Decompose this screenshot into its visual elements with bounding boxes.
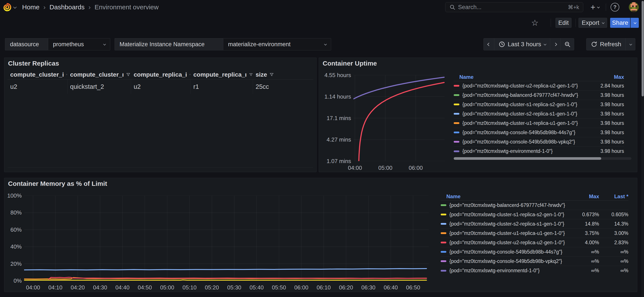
legend-row[interactable]: {pod="mz0tcmxlswtg-environmentd-1-0"}3.9… <box>454 147 624 156</box>
legend-row[interactable]: {pod="mz0tcmxlswtg-cluster-s2-replica-s1… <box>454 109 624 119</box>
legend-value-header[interactable]: Last * <box>599 193 628 199</box>
panel-container-uptime: Container Uptime NameMax{pod="mz0tcmxlsw… <box>319 58 637 172</box>
filter-icon[interactable] <box>126 72 130 77</box>
legend-row[interactable]: {pod="mz0tcmxlswtg-balancerd-679777cf47-… <box>441 201 628 210</box>
legend-value: ∞% <box>599 249 628 255</box>
series-line[interactable] <box>48 277 426 279</box>
series-line[interactable] <box>24 268 426 270</box>
header-divider <box>606 4 606 11</box>
x-axis-label: 05:40 <box>246 284 268 291</box>
search-input[interactable] <box>458 4 565 11</box>
legend-row[interactable]: {pod="mz0tcmxlswtg-environmentd-1-0"}∞%∞… <box>441 266 628 275</box>
breadcrumb: Home › Dashboards › Environment overview <box>22 0 158 14</box>
time-range-label: Last 3 hours <box>508 41 541 48</box>
hscrollbar-thumb[interactable] <box>454 157 601 160</box>
legend-series-name: {pod="mz0tcmxlswtg-balancerd-679777cf47-… <box>449 202 566 208</box>
column-header[interactable]: compute_cluster_ı <box>68 71 131 78</box>
help-button[interactable]: ? <box>610 3 619 12</box>
column-header-label: size <box>256 71 267 78</box>
legend-hscrollbar[interactable] <box>454 157 632 160</box>
series-line[interactable] <box>354 77 444 99</box>
container-uptime-svg <box>354 75 444 161</box>
time-shift-back-button[interactable] <box>484 39 494 50</box>
time-picker-group: Last 3 hours <box>484 38 574 50</box>
legend-color-chip <box>441 260 446 262</box>
legend-row[interactable]: {pod="mz0tcmxlswtg-cluster-s1-replica-s2… <box>441 210 628 219</box>
x-axis-label: 06:40 <box>380 284 402 291</box>
logo-chevron-down-icon <box>13 5 17 9</box>
uptime-legend: NameMax{pod="mz0tcmxlswtg-cluster-u2-rep… <box>454 73 632 156</box>
filter-icon[interactable] <box>249 72 253 77</box>
legend-row[interactable]: {pod="mz0tcmxlswtg-cluster-s2-replica-s1… <box>441 219 628 229</box>
x-axis-label: 06:10 <box>313 284 334 291</box>
legend-row[interactable]: {pod="mz0tcmxlswtg-cluster-u2-replica-u2… <box>454 81 624 91</box>
refresh-interval-dropdown[interactable] <box>626 39 635 50</box>
zoom-out-button[interactable] <box>560 39 574 50</box>
legend-name-header[interactable]: Name <box>459 74 587 80</box>
column-header[interactable]: size <box>253 71 313 78</box>
legend-row[interactable]: {pod="mz0tcmxlswtg-console-549b5db98b-vp… <box>441 257 628 266</box>
legend-header-row: NameMaxLast * <box>441 192 628 201</box>
y-axis-label: 100% <box>6 192 22 199</box>
column-header[interactable]: compute_replica_ı <box>191 71 253 78</box>
column-header-label: compute_replica_i <box>134 71 187 78</box>
legend-color-chip <box>454 141 459 143</box>
memory-plot <box>24 196 429 281</box>
variable-value-datasource[interactable]: prometheus <box>48 38 110 50</box>
search-bar[interactable]: ⌘+k <box>445 2 583 12</box>
legend-series-name: {pod="mz0tcmxlswtg-cluster-s1-replica-s2… <box>449 212 566 217</box>
favorite-star-button[interactable]: ☆ <box>530 18 540 28</box>
refresh-button[interactable]: Refresh <box>586 39 626 50</box>
panel-title[interactable]: Cluster Replicas <box>8 60 59 67</box>
variable-value-namespace[interactable]: materialize-environment <box>223 38 331 50</box>
legend-series-name: {pod="mz0tcmxlswtg-console-549b5db98b-44… <box>449 249 566 255</box>
legend-color-chip <box>454 113 459 115</box>
panel-title[interactable]: Container Memory as % of Limit <box>8 180 107 187</box>
legend-value: 3.98 hours <box>587 139 624 145</box>
legend-row[interactable]: {pod="mz0tcmxlswtg-cluster-u2-replica-u2… <box>441 238 628 247</box>
column-header[interactable]: compute_cluster_i <box>8 71 68 78</box>
time-shift-forward-button[interactable] <box>550 39 560 50</box>
x-axis-label: 06:00 <box>405 165 426 171</box>
share-button[interactable]: Share <box>610 18 630 28</box>
y-axis-label: 4.55 hours <box>321 72 351 78</box>
page-scrollbar-thumb[interactable] <box>642 1 644 96</box>
filter-icon[interactable] <box>269 72 274 77</box>
series-line[interactable] <box>24 280 426 280</box>
legend-value-header[interactable]: Max <box>566 193 599 199</box>
memory-legend: NameMaxLast *{pod="mz0tcmxlswtg-balancer… <box>441 192 633 275</box>
plus-icon: + <box>590 3 595 11</box>
legend-row[interactable]: {pod="mz0tcmxlswtg-console-549b5db98b-44… <box>441 247 628 257</box>
legend-color-chip <box>454 85 459 87</box>
series-line[interactable] <box>359 83 444 161</box>
add-new-button[interactable]: + <box>587 3 602 12</box>
legend-row[interactable]: {pod="mz0tcmxlswtg-console-549b5db98b-44… <box>454 128 624 137</box>
breadcrumb-item-home[interactable]: Home <box>22 4 40 11</box>
legend-row[interactable]: {pod="mz0tcmxlswtg-cluster-u1-replica-u1… <box>454 119 624 128</box>
filter-icon[interactable] <box>189 72 191 77</box>
legend-row[interactable]: {pod="mz0tcmxlswtg-cluster-u1-replica-u1… <box>441 229 628 238</box>
export-button[interactable]: Export <box>578 18 607 28</box>
legend-row[interactable]: {pod="mz0tcmxlswtg-console-549b5db98b-vp… <box>454 137 624 147</box>
panel-title[interactable]: Container Uptime <box>323 60 377 67</box>
legend-value: 0.605% <box>599 212 628 217</box>
legend-color-chip <box>441 232 446 234</box>
user-avatar[interactable] <box>629 2 639 12</box>
legend-value: 3.98 hours <box>587 102 624 108</box>
grafana-logo[interactable] <box>2 2 20 12</box>
breadcrumb-item-dashboards[interactable]: Dashboards <box>50 4 84 11</box>
x-axis-label: 04:40 <box>112 284 133 291</box>
legend-name-header[interactable]: Name <box>446 193 566 199</box>
time-range-button[interactable]: Last 3 hours <box>494 39 550 50</box>
legend-row[interactable]: {pod="mz0tcmxlswtg-cluster-s1-replica-s2… <box>454 100 624 109</box>
legend-value-header[interactable]: Max <box>587 74 624 80</box>
column-header[interactable]: compute_replica_i <box>131 71 191 78</box>
edit-button[interactable]: Edit <box>556 18 572 28</box>
filter-icon[interactable] <box>66 72 68 77</box>
chevron-down-icon <box>602 21 605 24</box>
page-scrollbar[interactable] <box>642 0 644 297</box>
top-nav-bar: Home › Dashboards › Environment overview… <box>0 0 642 14</box>
legend-row[interactable]: {pod="mz0tcmxlswtg-balancerd-679777cf47-… <box>454 91 624 100</box>
avatar-image <box>629 2 639 12</box>
share-dropdown-button[interactable] <box>630 18 639 28</box>
